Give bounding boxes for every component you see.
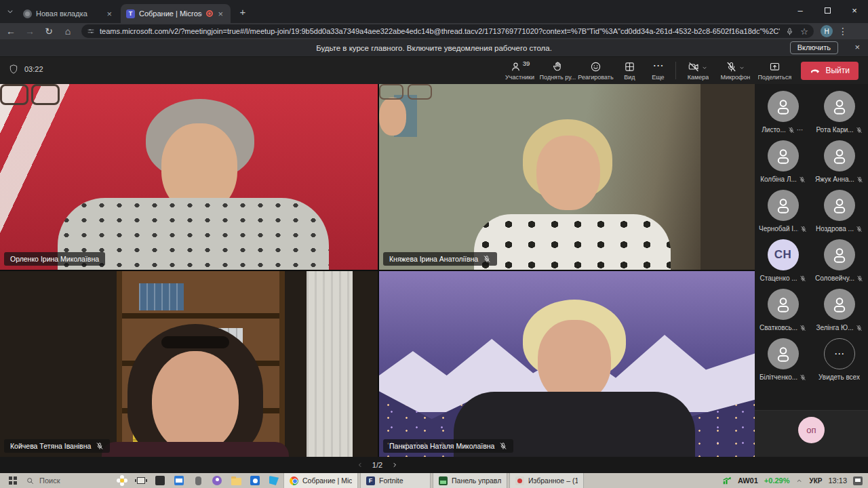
more-ellipsis-icon: ⋯: [652, 61, 663, 73]
view-button[interactable]: Вид: [614, 61, 644, 81]
participant-more-icon[interactable]: ⋯: [797, 126, 804, 134]
language-indicator[interactable]: УКР: [809, 477, 822, 485]
tab-new-tab[interactable]: Новая вкладка ×: [18, 4, 119, 23]
mic-chevron-icon[interactable]: [738, 64, 745, 71]
tab-close-icon[interactable]: ×: [216, 9, 225, 19]
mic-off-icon: [96, 442, 104, 450]
taskbar-search[interactable]: Поиск: [26, 476, 113, 485]
clock[interactable]: 13:13: [828, 476, 847, 485]
raise-hand-button[interactable]: Поднять ру...: [538, 61, 576, 81]
tab-teams-meeting[interactable]: T Собрание | Microsoft Team ×: [121, 4, 231, 23]
favorites-icon: [515, 476, 524, 485]
video-tile[interactable]: Княжева Ірина Анатоліївна: [379, 84, 755, 270]
taskbar-app-favorites[interactable]: Избранное – (14520): [509, 473, 584, 488]
photos-app-icon[interactable]: [245, 473, 264, 488]
camera-off-icon: [688, 61, 700, 73]
stock-ticker-icon: [722, 476, 732, 485]
mic-off-icon: [856, 275, 863, 282]
mic-off-icon: [788, 127, 795, 134]
tray-expand-chevron-icon[interactable]: [795, 477, 803, 485]
url-text[interactable]: teams.microsoft.com/v2/?meetingjoin=true…: [100, 27, 780, 35]
leave-button[interactable]: Выйти: [801, 62, 859, 80]
browser-menu-icon[interactable]: ⋮: [838, 26, 848, 37]
ticker-change: +0.29%: [764, 476, 790, 485]
tab-search-chevron-icon[interactable]: [4, 5, 16, 18]
forward-icon[interactable]: →: [22, 24, 38, 38]
camera-button[interactable]: Камера: [680, 61, 715, 81]
camera-chevron-icon[interactable]: [701, 64, 708, 71]
minimize-button[interactable]: –: [787, 0, 814, 20]
roster-participant[interactable]: Ноздрова ...: [811, 190, 867, 239]
see-all-button[interactable]: ⋯ Увидеть всех: [811, 338, 867, 388]
mic-off-icon: [856, 226, 863, 232]
reload-icon[interactable]: ↻: [41, 24, 57, 38]
banner-close-icon[interactable]: ×: [854, 42, 860, 52]
action-center-icon[interactable]: [853, 476, 863, 485]
smiley-icon: [590, 61, 601, 73]
notification-banner: Будьте в курсе главного. Включите уведом…: [0, 39, 868, 57]
react-button[interactable]: Реагировать: [576, 61, 614, 81]
avatar: [768, 91, 799, 122]
enable-notifications-button[interactable]: Включить: [790, 41, 838, 54]
taskbar-app-fortnite[interactable]: F Fortnite: [360, 473, 431, 488]
mic-button[interactable]: Микрофон: [715, 61, 755, 81]
file-explorer-icon[interactable]: [226, 473, 245, 488]
person-icon: [774, 97, 793, 116]
tab-recording-indicator-icon: [206, 10, 213, 17]
participant-name-label: Койчева Тетяна Іванівна: [4, 439, 110, 453]
task-view-icon[interactable]: [132, 473, 151, 488]
pinned-app-icon[interactable]: [264, 473, 283, 488]
previous-page-icon[interactable]: [356, 461, 364, 469]
avatar: [824, 140, 855, 171]
voice-search-icon[interactable]: [785, 27, 794, 36]
roster-participant[interactable]: Білітченко...: [755, 338, 811, 388]
people-app-icon[interactable]: [208, 473, 226, 488]
more-button[interactable]: ⋯ Еще: [644, 61, 671, 81]
close-window-button[interactable]: ×: [841, 0, 868, 20]
roster-participant[interactable]: Колбіна Л...: [755, 140, 811, 190]
roster-participant[interactable]: Соловейчу...: [811, 239, 867, 289]
roster-participant[interactable]: Сватковсь...: [755, 289, 811, 338]
share-button[interactable]: Поделиться: [755, 61, 794, 81]
chrome-icon: [290, 476, 298, 485]
next-page-icon[interactable]: [391, 461, 399, 469]
roster-participant[interactable]: CH Стаценко ...: [755, 239, 811, 289]
self-avatar[interactable]: оп: [798, 417, 825, 443]
roster-participant[interactable]: Листо... ⋯: [755, 91, 811, 140]
browser-profile-avatar[interactable]: H: [821, 25, 833, 37]
taskbar-app-chrome-meeting[interactable]: Собрание | Microsof...: [283, 473, 358, 488]
home-icon[interactable]: ⌂: [60, 24, 76, 38]
new-tab-button[interactable]: +: [236, 5, 250, 19]
site-settings-icon[interactable]: [87, 27, 95, 35]
person-icon: [774, 196, 793, 215]
window-controls: – ×: [787, 0, 868, 20]
address-bar[interactable]: teams.microsoft.com/v2/?meetingjoin=true…: [81, 24, 814, 38]
taskbar-app-control-panel[interactable]: Панель управления...: [433, 473, 507, 488]
chrome-favicon-icon: [23, 9, 32, 18]
restore-button[interactable]: [814, 0, 841, 20]
participant-name-label: Княжева Ірина Анатоліївна: [383, 252, 497, 266]
person-icon: [830, 196, 849, 215]
mic-off-icon: [856, 176, 863, 183]
pinned-app-icon[interactable]: [189, 473, 208, 488]
participants-button[interactable]: 39 Участники: [500, 61, 538, 81]
roster-participant[interactable]: Зелінга Ю...: [811, 289, 867, 338]
pinned-app-icon[interactable]: [151, 473, 170, 488]
mail-app-icon[interactable]: [170, 473, 189, 488]
bookmark-star-icon[interactable]: ☆: [800, 26, 808, 37]
roster-participant[interactable]: Яжук Анна...: [811, 140, 867, 190]
ticker-symbol[interactable]: AW01: [738, 476, 758, 485]
avatar-initials: CH: [768, 239, 799, 270]
video-tile[interactable]: Койчева Тетяна Іванівна: [0, 271, 378, 457]
roster-participant[interactable]: Чернобай І...: [755, 190, 811, 239]
roster-participant[interactable]: Рота Кари...: [811, 91, 867, 140]
back-icon[interactable]: ←: [3, 24, 19, 38]
video-tile[interactable]: Панкратова Наталя Миколаївна: [379, 271, 755, 457]
video-tile[interactable]: Орленко Ірина Миколаївна: [0, 84, 378, 270]
restore-icon: [825, 7, 831, 14]
tab-close-icon[interactable]: ×: [104, 9, 114, 19]
mic-off-icon: [799, 176, 806, 183]
start-button[interactable]: [0, 473, 26, 488]
avatar: [824, 289, 855, 320]
weather-widget-icon[interactable]: [113, 473, 132, 488]
